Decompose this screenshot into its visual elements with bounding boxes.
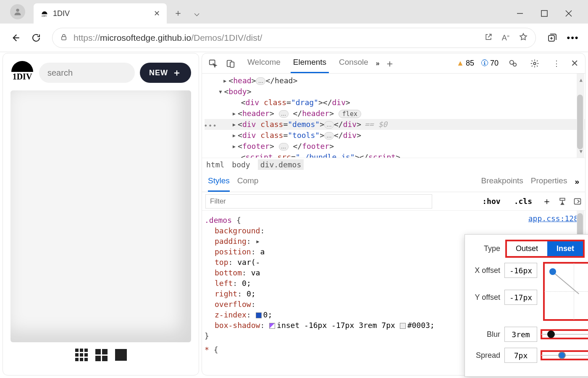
type-outset[interactable]: Outset xyxy=(507,241,547,256)
url-box[interactable]: https://microsoftedge.github.io/Demos/1D… xyxy=(52,28,536,48)
styles-filter-input[interactable] xyxy=(205,194,432,209)
blur-input[interactable]: 3rem xyxy=(504,327,537,342)
browser-titlebar: 1DIV 1DIV ✕ ＋ ⌵ xyxy=(0,0,588,24)
devtools-toolbar: Welcome Elements Console » ＋ ▲85 🛈70 ⋮ ✕ xyxy=(202,53,585,74)
type-label: Type xyxy=(471,244,500,253)
view-mode-buttons xyxy=(10,342,191,367)
svg-point-11 xyxy=(510,60,514,64)
crumb-body[interactable]: body xyxy=(232,160,250,169)
type-segmented: Outset Inset xyxy=(506,241,584,257)
devtools-close-icon[interactable]: ✕ xyxy=(571,58,578,69)
devtools-more-icon[interactable]: ⋮ xyxy=(549,56,564,71)
shadow-swatch-icon[interactable] xyxy=(269,323,275,329)
grid-single-icon[interactable] xyxy=(115,349,127,361)
styles-subtabs: Styles Comp Breakpoints Properties » xyxy=(202,171,585,192)
type-inset[interactable]: Inset xyxy=(547,241,583,256)
tab-elements[interactable]: Elements xyxy=(291,53,329,73)
blur-slider[interactable] xyxy=(541,330,588,338)
open-external-icon[interactable] xyxy=(484,33,493,43)
new-rule-icon[interactable]: ＋ xyxy=(542,195,551,208)
new-tab-devtools-icon[interactable]: ＋ xyxy=(382,56,397,71)
maximize-button[interactable] xyxy=(540,9,549,18)
tab-title: 1DIV xyxy=(53,9,150,18)
subtab-computed[interactable]: Comp xyxy=(237,176,259,192)
hov-toggle[interactable]: :hov xyxy=(479,195,504,207)
dom-tree[interactable]: ▸<head>…</head> ▾<body> <div class="drag… xyxy=(202,74,585,158)
styles-filterbar: :hov .cls ＋ xyxy=(202,192,585,211)
styles-format-icon[interactable] xyxy=(558,197,567,206)
source-link[interactable]: app.css:128 xyxy=(528,213,578,224)
new-tab-button[interactable]: ＋ xyxy=(171,6,185,20)
tab-favicon: 1DIV xyxy=(40,9,49,18)
tab-close-icon[interactable]: ✕ xyxy=(154,9,160,18)
devtools-panel: Welcome Elements Console » ＋ ▲85 🛈70 ⋮ ✕… xyxy=(202,53,585,375)
color-swatch-icon[interactable] xyxy=(400,323,406,329)
xoffset-input[interactable]: -16px xyxy=(504,263,537,278)
dom-selected-row[interactable]: ••• ▸<div class="demos">…</div>== $0 xyxy=(205,119,585,130)
subtab-styles[interactable]: Styles xyxy=(208,176,230,192)
browser-tab[interactable]: 1DIV 1DIV ✕ xyxy=(34,3,167,24)
subtab-properties[interactable]: Properties xyxy=(531,176,567,192)
yoffset-label: Y offset xyxy=(471,293,500,302)
spread-slider[interactable] xyxy=(541,351,588,359)
svg-point-0 xyxy=(16,9,19,12)
spread-input[interactable]: 7px xyxy=(504,348,537,363)
dom-scrollbar[interactable]: ▲▼ xyxy=(577,74,584,158)
tabs-overflow-icon[interactable]: ⌵ xyxy=(189,6,204,20)
svg-point-13 xyxy=(533,62,536,65)
yoffset-input[interactable]: -17px xyxy=(504,290,537,305)
lock-icon xyxy=(60,33,68,43)
demo-canvas xyxy=(10,90,191,342)
cls-toggle[interactable]: .cls xyxy=(511,195,536,207)
styles-export-icon[interactable] xyxy=(573,197,582,206)
svg-rect-14 xyxy=(560,198,565,200)
plus-icon: ＋ xyxy=(172,66,182,79)
settings-icon[interactable] xyxy=(527,56,542,71)
xoffset-label: X offset xyxy=(471,266,500,275)
inspect-element-icon[interactable] xyxy=(205,56,220,71)
webpage-1div: 1DIV NEW ＋ xyxy=(3,53,199,375)
svg-rect-6 xyxy=(62,37,66,40)
window-controls xyxy=(516,9,588,24)
feedback-icon[interactable] xyxy=(505,56,520,71)
grid-small-icon[interactable] xyxy=(75,349,88,361)
tabs-more-icon[interactable]: » xyxy=(376,60,380,67)
app-logo: 1DIV xyxy=(10,61,34,85)
svg-point-12 xyxy=(513,63,516,66)
device-toggle-icon[interactable] xyxy=(223,56,238,71)
tab-welcome[interactable]: Welcome xyxy=(245,53,283,73)
back-button[interactable] xyxy=(6,29,24,47)
minimize-button[interactable] xyxy=(516,9,524,18)
page-search-input[interactable] xyxy=(39,63,135,83)
read-aloud-icon[interactable]: A» xyxy=(502,33,509,42)
svg-rect-10 xyxy=(230,62,234,67)
box-shadow-editor: Type Outset Inset X offset-16px Y offset… xyxy=(465,234,588,377)
crumb-demos[interactable]: div.demos xyxy=(258,159,304,170)
subtabs-more-icon[interactable]: » xyxy=(575,177,579,191)
collections-icon[interactable] xyxy=(543,29,561,47)
spread-label: Spread xyxy=(471,351,500,360)
blur-label: Blur xyxy=(471,330,500,339)
close-window-button[interactable] xyxy=(564,9,573,18)
tab-console[interactable]: Console xyxy=(336,53,371,73)
issues-info[interactable]: 🛈70 xyxy=(481,59,499,68)
address-bar: https://microsoftedge.github.io/Demos/1D… xyxy=(0,24,588,52)
favorite-icon[interactable] xyxy=(519,32,528,43)
dom-breadcrumb: html body div.demos xyxy=(202,158,585,171)
offset-thumb-icon[interactable] xyxy=(549,268,556,275)
svg-text:1DIV: 1DIV xyxy=(42,15,47,17)
grid-medium-icon[interactable] xyxy=(95,349,108,361)
subtab-breakpoints[interactable]: Breakpoints xyxy=(481,176,523,192)
crumb-html[interactable]: html xyxy=(206,160,224,169)
issues-warnings[interactable]: ▲85 xyxy=(457,59,474,68)
svg-rect-3 xyxy=(541,11,547,16)
refresh-button[interactable] xyxy=(27,29,45,47)
url-text: https://microsoftedge.github.io/Demos/1D… xyxy=(74,33,478,43)
profile-avatar[interactable] xyxy=(10,4,25,19)
new-button[interactable]: NEW ＋ xyxy=(140,63,191,83)
browser-menu-icon[interactable]: ••• xyxy=(564,29,582,47)
offset-pad[interactable] xyxy=(544,263,588,320)
